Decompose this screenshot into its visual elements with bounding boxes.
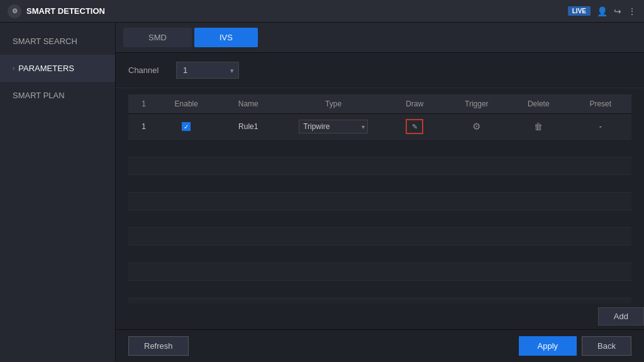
tab-smd[interactable]: SMD: [123, 28, 192, 47]
sidebar-item-smart-search[interactable]: SMART SEARCH: [0, 28, 115, 55]
sidebar-item-smart-plan[interactable]: SMART PLAN: [0, 82, 115, 109]
table-area: 1 Enable Name Type Draw Trigger Delete P…: [116, 88, 644, 303]
app-logo: ⚙ SMART DETECTION: [8, 4, 105, 18]
col-draw: Draw: [384, 94, 445, 114]
table-row: 1 ✓ Rule1 Tripwire Intrusion: [128, 114, 631, 140]
table-header-row: 1 Enable Name Type Draw Trigger Delete P…: [128, 94, 631, 114]
type-select-wrapper: Tripwire Intrusion: [299, 120, 368, 133]
tabs-bar: SMD IVS: [116, 23, 644, 53]
row-enable: ✓: [159, 114, 213, 140]
channel-row: Channel 1 2 3 4: [116, 53, 644, 88]
empty-row: [128, 228, 631, 246]
channel-select[interactable]: 1 2 3 4: [176, 62, 239, 79]
channel-label: Channel: [128, 65, 166, 75]
back-button[interactable]: Back: [582, 336, 631, 356]
col-trigger: Trigger: [446, 94, 508, 114]
channel-select-wrapper: 1 2 3 4: [176, 62, 239, 79]
row-preset: -: [569, 114, 631, 140]
live-badge: LIVE: [568, 6, 591, 16]
trigger-button[interactable]: ⚙: [472, 121, 480, 132]
empty-row: [128, 281, 631, 298]
action-buttons: Apply Back: [519, 336, 631, 356]
empty-row: [128, 246, 631, 263]
sidebar-label-parameters: PARAMETERS: [18, 64, 74, 73]
row-name: Rule1: [213, 114, 283, 140]
row-num: 1: [128, 114, 159, 140]
logout-icon[interactable]: ↪: [614, 6, 621, 16]
empty-row: [128, 193, 631, 210]
header: ⚙ SMART DETECTION LIVE 👤 ↪ ⋮: [0, 0, 644, 23]
delete-button[interactable]: 🗑: [534, 122, 543, 132]
empty-row: [128, 157, 631, 175]
rules-table: 1 Enable Name Type Draw Trigger Delete P…: [128, 94, 631, 303]
enable-checkbox[interactable]: ✓: [182, 122, 191, 131]
row-delete: 🗑: [508, 114, 569, 140]
col-enable: Enable: [159, 94, 213, 114]
col-name: Name: [213, 94, 283, 114]
sidebar: SMART SEARCH › PARAMETERS SMART PLAN: [0, 23, 116, 362]
draw-button[interactable]: ✎: [406, 119, 423, 134]
user-icon[interactable]: 👤: [597, 6, 608, 16]
row-trigger: ⚙: [446, 114, 508, 140]
sidebar-item-parameters[interactable]: › PARAMETERS: [0, 55, 115, 82]
empty-row: [128, 140, 631, 157]
app-title: SMART DETECTION: [26, 6, 105, 16]
col-delete: Delete: [508, 94, 569, 114]
apply-button[interactable]: Apply: [519, 336, 577, 356]
row-draw: ✎: [384, 114, 445, 140]
col-type: Type: [283, 94, 384, 114]
tab-ivs[interactable]: IVS: [194, 28, 258, 47]
type-select[interactable]: Tripwire Intrusion: [299, 120, 368, 133]
empty-row: [128, 210, 631, 228]
sidebar-label-smart-search: SMART SEARCH: [13, 37, 77, 46]
empty-row: [128, 175, 631, 193]
bottom-bar: Refresh Apply Back: [116, 329, 644, 362]
main-layout: SMART SEARCH › PARAMETERS SMART PLAN SMD…: [0, 23, 644, 362]
col-num: 1: [128, 94, 159, 114]
menu-icon[interactable]: ⋮: [628, 6, 636, 16]
logo-icon: ⚙: [8, 4, 21, 18]
sidebar-label-smart-plan: SMART PLAN: [13, 91, 65, 100]
header-actions: LIVE 👤 ↪ ⋮: [568, 6, 636, 16]
content-area: SMD IVS Channel 1 2 3 4 1 Enable: [116, 23, 644, 362]
col-preset: Preset: [569, 94, 631, 114]
empty-row: [128, 298, 631, 304]
refresh-button[interactable]: Refresh: [128, 336, 189, 356]
add-row: Add: [116, 303, 644, 329]
arrow-icon: ›: [13, 65, 14, 72]
empty-row: [128, 263, 631, 281]
row-type: Tripwire Intrusion: [283, 114, 384, 140]
add-button[interactable]: Add: [598, 307, 644, 325]
